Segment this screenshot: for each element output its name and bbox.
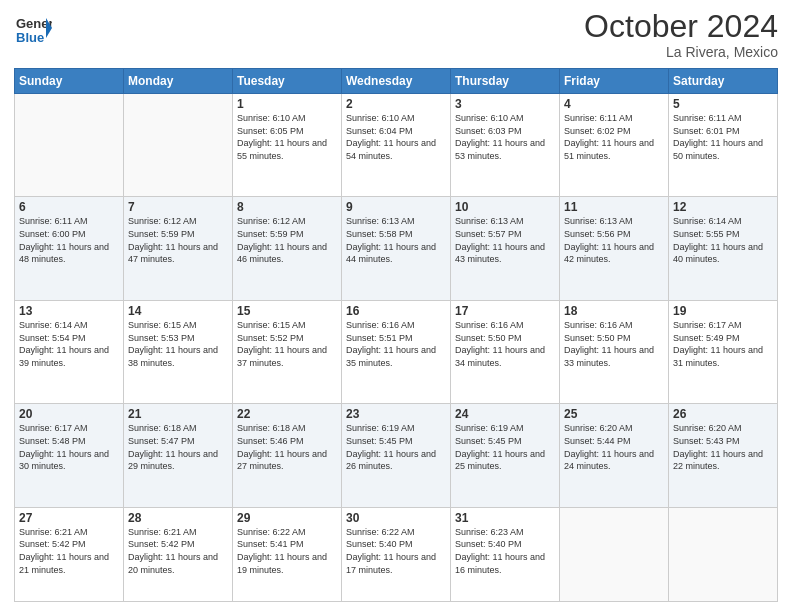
day-number: 13 — [19, 304, 119, 318]
calendar-cell: 19Sunrise: 6:17 AM Sunset: 5:49 PM Dayli… — [669, 300, 778, 403]
calendar-cell: 2Sunrise: 6:10 AM Sunset: 6:04 PM Daylig… — [342, 94, 451, 197]
day-info: Sunrise: 6:16 AM Sunset: 5:50 PM Dayligh… — [455, 319, 555, 369]
calendar-cell — [124, 94, 233, 197]
calendar-cell: 4Sunrise: 6:11 AM Sunset: 6:02 PM Daylig… — [560, 94, 669, 197]
day-info: Sunrise: 6:11 AM Sunset: 6:00 PM Dayligh… — [19, 215, 119, 265]
calendar-cell: 12Sunrise: 6:14 AM Sunset: 5:55 PM Dayli… — [669, 197, 778, 300]
day-info: Sunrise: 6:10 AM Sunset: 6:03 PM Dayligh… — [455, 112, 555, 162]
calendar-cell: 26Sunrise: 6:20 AM Sunset: 5:43 PM Dayli… — [669, 404, 778, 507]
month-title: October 2024 — [584, 10, 778, 42]
day-number: 30 — [346, 511, 446, 525]
day-number: 16 — [346, 304, 446, 318]
calendar-cell: 25Sunrise: 6:20 AM Sunset: 5:44 PM Dayli… — [560, 404, 669, 507]
logo-text-block: General Blue — [14, 10, 52, 48]
svg-text:Blue: Blue — [16, 30, 44, 45]
day-number: 28 — [128, 511, 228, 525]
day-info: Sunrise: 6:13 AM Sunset: 5:57 PM Dayligh… — [455, 215, 555, 265]
calendar-cell: 6Sunrise: 6:11 AM Sunset: 6:00 PM Daylig… — [15, 197, 124, 300]
day-info: Sunrise: 6:18 AM Sunset: 5:46 PM Dayligh… — [237, 422, 337, 472]
day-number: 7 — [128, 200, 228, 214]
day-info: Sunrise: 6:14 AM Sunset: 5:54 PM Dayligh… — [19, 319, 119, 369]
calendar-cell — [669, 507, 778, 601]
calendar-cell: 24Sunrise: 6:19 AM Sunset: 5:45 PM Dayli… — [451, 404, 560, 507]
day-number: 19 — [673, 304, 773, 318]
day-info: Sunrise: 6:20 AM Sunset: 5:44 PM Dayligh… — [564, 422, 664, 472]
day-number: 18 — [564, 304, 664, 318]
day-info: Sunrise: 6:11 AM Sunset: 6:02 PM Dayligh… — [564, 112, 664, 162]
day-info: Sunrise: 6:11 AM Sunset: 6:01 PM Dayligh… — [673, 112, 773, 162]
calendar-cell: 1Sunrise: 6:10 AM Sunset: 6:05 PM Daylig… — [233, 94, 342, 197]
calendar-cell: 8Sunrise: 6:12 AM Sunset: 5:59 PM Daylig… — [233, 197, 342, 300]
day-number: 23 — [346, 407, 446, 421]
day-info: Sunrise: 6:21 AM Sunset: 5:42 PM Dayligh… — [128, 526, 228, 576]
day-number: 15 — [237, 304, 337, 318]
calendar-cell — [560, 507, 669, 601]
day-number: 12 — [673, 200, 773, 214]
calendar-cell: 5Sunrise: 6:11 AM Sunset: 6:01 PM Daylig… — [669, 94, 778, 197]
day-number: 5 — [673, 97, 773, 111]
day-info: Sunrise: 6:18 AM Sunset: 5:47 PM Dayligh… — [128, 422, 228, 472]
day-info: Sunrise: 6:23 AM Sunset: 5:40 PM Dayligh… — [455, 526, 555, 576]
calendar-cell: 20Sunrise: 6:17 AM Sunset: 5:48 PM Dayli… — [15, 404, 124, 507]
logo-text: General Blue — [14, 10, 52, 48]
day-number: 4 — [564, 97, 664, 111]
day-info: Sunrise: 6:19 AM Sunset: 5:45 PM Dayligh… — [455, 422, 555, 472]
calendar-cell: 18Sunrise: 6:16 AM Sunset: 5:50 PM Dayli… — [560, 300, 669, 403]
day-info: Sunrise: 6:10 AM Sunset: 6:05 PM Dayligh… — [237, 112, 337, 162]
day-info: Sunrise: 6:15 AM Sunset: 5:53 PM Dayligh… — [128, 319, 228, 369]
page-container: General Blue October 2024 La Rivera, Mex… — [0, 0, 792, 612]
calendar-cell: 13Sunrise: 6:14 AM Sunset: 5:54 PM Dayli… — [15, 300, 124, 403]
col-saturday: Saturday — [669, 69, 778, 94]
day-info: Sunrise: 6:13 AM Sunset: 5:58 PM Dayligh… — [346, 215, 446, 265]
title-block: October 2024 La Rivera, Mexico — [584, 10, 778, 60]
day-number: 8 — [237, 200, 337, 214]
day-number: 3 — [455, 97, 555, 111]
day-info: Sunrise: 6:22 AM Sunset: 5:41 PM Dayligh… — [237, 526, 337, 576]
day-number: 14 — [128, 304, 228, 318]
col-thursday: Thursday — [451, 69, 560, 94]
logo-icon: General Blue — [14, 10, 52, 48]
day-info: Sunrise: 6:13 AM Sunset: 5:56 PM Dayligh… — [564, 215, 664, 265]
logo: General Blue — [14, 10, 52, 48]
day-number: 1 — [237, 97, 337, 111]
location-subtitle: La Rivera, Mexico — [584, 44, 778, 60]
day-number: 25 — [564, 407, 664, 421]
day-number: 11 — [564, 200, 664, 214]
day-info: Sunrise: 6:17 AM Sunset: 5:48 PM Dayligh… — [19, 422, 119, 472]
calendar-cell: 11Sunrise: 6:13 AM Sunset: 5:56 PM Dayli… — [560, 197, 669, 300]
calendar-cell: 22Sunrise: 6:18 AM Sunset: 5:46 PM Dayli… — [233, 404, 342, 507]
day-info: Sunrise: 6:15 AM Sunset: 5:52 PM Dayligh… — [237, 319, 337, 369]
day-number: 20 — [19, 407, 119, 421]
calendar-cell: 3Sunrise: 6:10 AM Sunset: 6:03 PM Daylig… — [451, 94, 560, 197]
day-number: 26 — [673, 407, 773, 421]
calendar-cell: 10Sunrise: 6:13 AM Sunset: 5:57 PM Dayli… — [451, 197, 560, 300]
day-number: 21 — [128, 407, 228, 421]
calendar-header-row: Sunday Monday Tuesday Wednesday Thursday… — [15, 69, 778, 94]
day-info: Sunrise: 6:19 AM Sunset: 5:45 PM Dayligh… — [346, 422, 446, 472]
calendar-cell: 15Sunrise: 6:15 AM Sunset: 5:52 PM Dayli… — [233, 300, 342, 403]
day-info: Sunrise: 6:14 AM Sunset: 5:55 PM Dayligh… — [673, 215, 773, 265]
calendar-cell: 16Sunrise: 6:16 AM Sunset: 5:51 PM Dayli… — [342, 300, 451, 403]
day-info: Sunrise: 6:22 AM Sunset: 5:40 PM Dayligh… — [346, 526, 446, 576]
calendar-cell: 9Sunrise: 6:13 AM Sunset: 5:58 PM Daylig… — [342, 197, 451, 300]
calendar-cell: 31Sunrise: 6:23 AM Sunset: 5:40 PM Dayli… — [451, 507, 560, 601]
calendar-cell: 21Sunrise: 6:18 AM Sunset: 5:47 PM Dayli… — [124, 404, 233, 507]
calendar-table: Sunday Monday Tuesday Wednesday Thursday… — [14, 68, 778, 602]
header: General Blue October 2024 La Rivera, Mex… — [14, 10, 778, 60]
col-sunday: Sunday — [15, 69, 124, 94]
day-info: Sunrise: 6:12 AM Sunset: 5:59 PM Dayligh… — [237, 215, 337, 265]
day-number: 22 — [237, 407, 337, 421]
day-info: Sunrise: 6:17 AM Sunset: 5:49 PM Dayligh… — [673, 319, 773, 369]
calendar-cell: 29Sunrise: 6:22 AM Sunset: 5:41 PM Dayli… — [233, 507, 342, 601]
day-number: 9 — [346, 200, 446, 214]
calendar-cell: 14Sunrise: 6:15 AM Sunset: 5:53 PM Dayli… — [124, 300, 233, 403]
calendar-cell: 7Sunrise: 6:12 AM Sunset: 5:59 PM Daylig… — [124, 197, 233, 300]
day-info: Sunrise: 6:10 AM Sunset: 6:04 PM Dayligh… — [346, 112, 446, 162]
day-number: 27 — [19, 511, 119, 525]
calendar-cell — [15, 94, 124, 197]
day-number: 2 — [346, 97, 446, 111]
day-info: Sunrise: 6:16 AM Sunset: 5:50 PM Dayligh… — [564, 319, 664, 369]
day-number: 17 — [455, 304, 555, 318]
calendar-cell: 23Sunrise: 6:19 AM Sunset: 5:45 PM Dayli… — [342, 404, 451, 507]
day-number: 29 — [237, 511, 337, 525]
